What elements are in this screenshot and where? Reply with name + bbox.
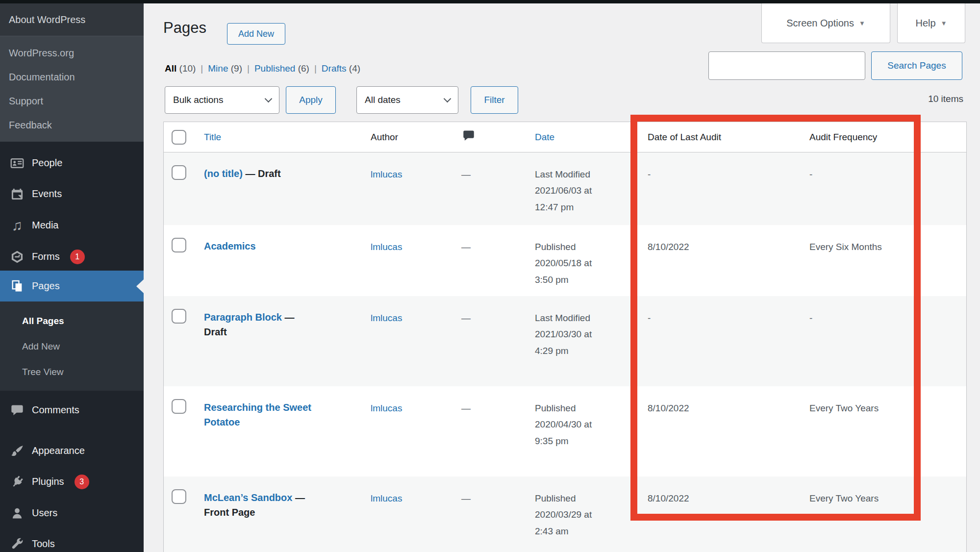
flyout-link-feedback[interactable]: Feedback — [0, 113, 144, 137]
sidebar-item-tools[interactable]: Tools — [0, 528, 144, 552]
author-link[interactable]: lmlucas — [371, 169, 402, 179]
view-drafts[interactable]: Drafts — [322, 63, 347, 74]
sidebar-item-people[interactable]: People — [0, 148, 144, 178]
sidebar-item-users[interactable]: Users — [0, 498, 144, 528]
row-checkbox[interactable] — [172, 399, 186, 414]
search-input[interactable] — [708, 51, 865, 80]
page-title-link[interactable]: Paragraph Block — [204, 312, 282, 323]
last-audit-cell: 8/10/2022 — [638, 225, 800, 296]
about-wordpress-label: About WordPress — [9, 14, 85, 25]
view-published[interactable]: Published — [254, 63, 295, 74]
page-title-link[interactable]: Researching the Sweet Potatoe — [204, 402, 311, 427]
sidebar-item-label: Comments — [32, 404, 79, 416]
page-title-link[interactable]: McLean’s Sandbox — [204, 492, 292, 503]
comment-count: — — [454, 152, 525, 225]
search-pages-button[interactable]: Search Pages — [871, 51, 962, 80]
last-audit-cell: - — [638, 296, 800, 386]
column-header-last-audit: Date of Last Audit — [648, 132, 721, 143]
audit-frequency-cell: Every Two Years — [800, 477, 966, 552]
pages-table: Title Author Date Date of Last Audit Aud… — [163, 122, 967, 552]
row-checkbox[interactable] — [172, 309, 186, 324]
admin-bar — [0, 0, 980, 3]
flyout-link-documentation[interactable]: Documentation — [0, 65, 144, 89]
filter-button[interactable]: Filter — [471, 86, 518, 114]
comment-count: — — [454, 477, 525, 552]
all-dates-select[interactable]: All dates — [356, 86, 458, 114]
submenu-add-new[interactable]: Add New — [0, 334, 144, 359]
submenu-tree-view[interactable]: Tree View — [0, 359, 144, 385]
sidebar-item-media[interactable]: ♫ Media — [0, 210, 144, 241]
last-audit-cell: - — [638, 152, 800, 225]
comments-icon — [10, 403, 25, 418]
row-checkbox[interactable] — [172, 165, 186, 180]
wordpress-flyout-panel: WordPress.org Documentation Support Feed… — [0, 36, 144, 142]
table-row: Academics lmlucas — Published 2020/05/18… — [164, 225, 966, 296]
audit-frequency-cell: - — [800, 152, 966, 225]
column-header-date[interactable]: Date — [535, 132, 554, 143]
table-row: McLean’s Sandbox — Front Page lmlucas — … — [164, 477, 966, 552]
sidebar-item-label: Events — [32, 188, 62, 200]
active-item-notch — [136, 279, 144, 293]
screen-options-button[interactable]: Screen Options ▼ — [761, 3, 890, 43]
sidebar-item-label: Media — [32, 220, 58, 231]
table-row: (no title) — Draft lmlucas — Last Modifi… — [164, 152, 966, 225]
sidebar-item-comments[interactable]: Comments — [0, 395, 144, 426]
author-link[interactable]: lmlucas — [371, 313, 402, 323]
comment-count: — — [454, 386, 525, 477]
date-cell: Published 2020/05/18 at 3:50 pm — [525, 225, 638, 296]
apply-button[interactable]: Apply — [286, 86, 336, 114]
sidebar-item-label: Tools — [32, 538, 55, 550]
sidebar-item-label: Appearance — [32, 445, 85, 456]
select-all-checkbox[interactable] — [172, 130, 186, 145]
page-title-link[interactable]: Academics — [204, 241, 256, 251]
sidebar-item-label: People — [32, 157, 62, 169]
audit-frequency-cell: - — [800, 296, 966, 386]
view-mine[interactable]: Mine — [208, 63, 228, 74]
sidebar-item-pages[interactable]: Pages — [0, 271, 144, 301]
flyout-link-wordpress-org[interactable]: WordPress.org — [0, 41, 144, 65]
chevron-down-icon — [265, 95, 273, 102]
media-icon: ♫ — [10, 218, 25, 233]
date-cell: Published 2020/04/30 at 9:35 pm — [525, 386, 638, 477]
tools-icon — [10, 537, 25, 552]
row-checkbox[interactable] — [172, 238, 186, 252]
row-checkbox[interactable] — [172, 489, 186, 504]
last-audit-cell: 8/10/2022 — [638, 477, 800, 552]
plugins-icon — [10, 475, 25, 489]
comment-count: — — [454, 296, 525, 386]
plugins-count-badge: 3 — [75, 475, 89, 489]
pages-submenu: All Pages Add New Tree View — [0, 301, 144, 391]
flyout-link-support[interactable]: Support — [0, 89, 144, 113]
author-link[interactable]: lmlucas — [371, 493, 402, 503]
sidebar-item-events[interactable]: Events — [0, 178, 144, 209]
users-icon — [10, 506, 25, 521]
view-filter-links: All (10)|Mine (9)|Published (6)|Drafts (… — [165, 63, 360, 74]
table-header-row: Title Author Date Date of Last Audit Aud… — [164, 122, 966, 152]
appearance-icon — [10, 444, 25, 458]
chevron-down-icon — [444, 95, 452, 102]
forms-icon — [10, 250, 25, 264]
about-wordpress-item[interactable]: About WordPress — [0, 3, 144, 36]
chevron-down-icon: ▼ — [941, 20, 947, 27]
add-new-button[interactable]: Add New — [227, 23, 285, 45]
sidebar-item-forms[interactable]: Forms 1 — [0, 241, 144, 272]
bulk-actions-select[interactable]: Bulk actions — [165, 86, 279, 114]
table-row: Paragraph Block — Draft lmlucas — Last M… — [164, 296, 966, 386]
sidebar-item-label: Plugins — [32, 476, 64, 487]
view-all[interactable]: All (10) — [165, 63, 196, 74]
comment-count: — — [454, 225, 525, 296]
forms-count-badge: 1 — [70, 250, 85, 264]
sidebar-item-label: Pages — [32, 280, 60, 292]
chevron-down-icon: ▼ — [859, 20, 865, 27]
sidebar-item-appearance[interactable]: Appearance — [0, 435, 144, 466]
page-title: Pages — [163, 19, 206, 37]
column-header-title[interactable]: Title — [204, 132, 221, 143]
help-button[interactable]: Help ▼ — [897, 3, 965, 43]
sidebar-item-plugins[interactable]: Plugins 3 — [0, 466, 144, 497]
author-link[interactable]: lmlucas — [371, 403, 402, 413]
author-link[interactable]: lmlucas — [371, 242, 402, 252]
date-cell: Last Modified 2021/06/03 at 12:47 pm — [525, 152, 638, 225]
submenu-all-pages[interactable]: All Pages — [0, 308, 144, 334]
id-card-icon — [10, 156, 25, 171]
page-title-link[interactable]: (no title) — [204, 168, 243, 179]
